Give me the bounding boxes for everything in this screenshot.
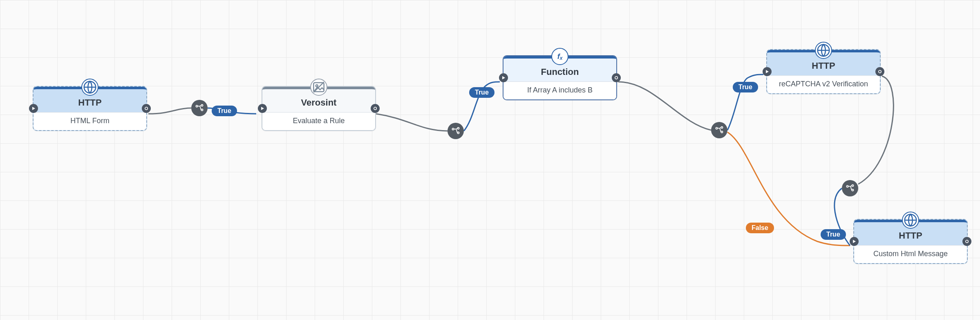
port-in-icon[interactable] (258, 104, 267, 113)
node-title: HTTP (37, 97, 143, 108)
node-title: HTTP (770, 61, 877, 71)
svg-point-6 (201, 109, 203, 110)
node-http-custom[interactable]: HTTP Custom Html Message (853, 219, 968, 264)
port-in-icon[interactable] (499, 73, 508, 82)
port-out-icon[interactable] (142, 104, 151, 113)
svg-point-17 (716, 127, 717, 129)
node-subtitle: reCAPTCHA v2 Verification (767, 75, 880, 93)
svg-marker-10 (261, 107, 264, 110)
svg-marker-2 (32, 107, 35, 110)
svg-marker-15 (502, 76, 505, 79)
svg-point-24 (846, 185, 848, 187)
node-title: HTTP (857, 230, 964, 241)
port-in-icon[interactable] (850, 237, 859, 246)
branch-node[interactable] (711, 122, 727, 138)
svg-point-26 (852, 189, 853, 191)
port-in-icon[interactable] (29, 104, 38, 113)
image-icon (310, 79, 327, 96)
globe-icon (815, 42, 832, 59)
node-subtitle: HTML Form (34, 112, 146, 130)
svg-point-5 (201, 104, 203, 106)
edges-layer (0, 0, 980, 320)
node-http-recaptcha[interactable]: HTTP reCAPTCHA v2 Verification (766, 49, 881, 94)
svg-point-16 (615, 77, 618, 79)
port-in-icon[interactable] (763, 67, 772, 76)
node-subtitle: Evaluate a Rule (262, 112, 375, 130)
node-http-form[interactable]: HTTP HTML Form (33, 86, 147, 131)
node-verosint[interactable]: Verosint Evaluate a Rule (262, 86, 376, 131)
globe-icon (81, 79, 98, 96)
svg-point-18 (721, 126, 723, 128)
svg-point-4 (196, 105, 197, 107)
branch-node[interactable] (842, 180, 858, 196)
svg-point-13 (457, 127, 459, 129)
node-title: Function (507, 67, 613, 77)
node-subtitle: Custom Html Message (854, 245, 967, 263)
svg-point-19 (721, 131, 723, 133)
branch-node[interactable] (447, 123, 464, 139)
svg-marker-29 (853, 240, 856, 243)
svg-point-14 (457, 132, 459, 133)
branch-node[interactable] (191, 100, 208, 116)
svg-marker-22 (766, 70, 769, 73)
label-true: True (821, 229, 846, 240)
port-out-icon[interactable] (875, 67, 884, 76)
svg-point-30 (966, 240, 968, 243)
label-false: False (746, 223, 774, 233)
svg-point-11 (374, 107, 376, 110)
svg-point-25 (852, 185, 853, 186)
svg-point-23 (879, 70, 881, 73)
svg-point-12 (452, 128, 454, 130)
port-out-icon[interactable] (612, 73, 621, 82)
flow-canvas[interactable]: HTTP HTML Form True Verosint Evaluate a … (0, 0, 980, 320)
label-true: True (212, 106, 237, 116)
svg-line-9 (313, 82, 324, 92)
node-title: Verosint (266, 97, 372, 108)
node-function[interactable]: fx Function If Array A includes B (503, 55, 617, 100)
label-true: True (469, 87, 494, 98)
port-out-icon[interactable] (962, 237, 971, 246)
fx-icon: fx (551, 48, 568, 65)
label-true: True (733, 82, 758, 92)
svg-point-3 (145, 107, 148, 110)
node-subtitle: If Array A includes B (503, 81, 616, 99)
port-out-icon[interactable] (371, 104, 380, 113)
globe-icon (902, 212, 919, 229)
